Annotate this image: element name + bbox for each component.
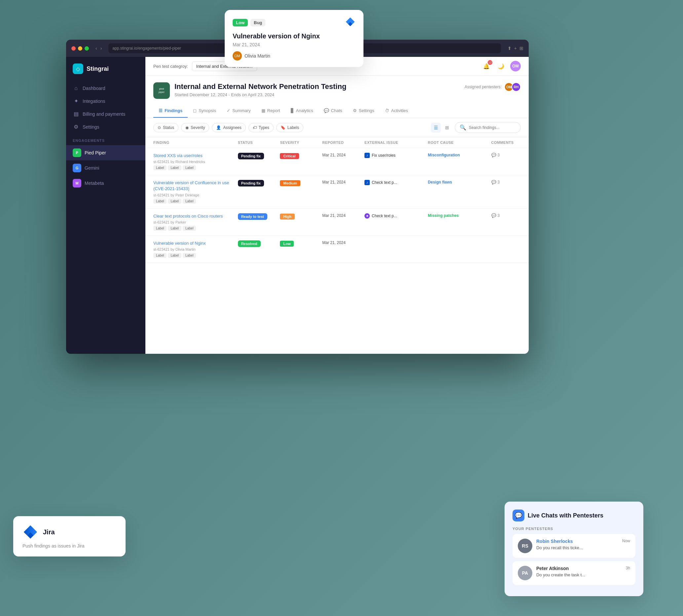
minimize-button[interactable] (78, 46, 82, 50)
report-tab-icon: ▦ (261, 108, 265, 113)
add-tab-icon[interactable]: + (514, 46, 517, 51)
tab-activities[interactable]: ⏱ Activities (380, 104, 413, 118)
chat-name-2: Peter Atkinson (536, 566, 569, 571)
finding-labels-2: Label Label Label (153, 199, 238, 204)
theme-toggle-button[interactable]: 🌙 (496, 61, 506, 71)
external-issue-cell-1: J Fix user/roles (364, 153, 428, 158)
browser-nav: ‹ › (95, 46, 102, 51)
severity-badge-3: High (280, 214, 294, 220)
assignees-filter-button[interactable]: 👤 Assignees (212, 123, 246, 132)
sidebar-item-integrations[interactable]: ✦ Integations (66, 94, 145, 107)
home-icon: ⌂ (73, 85, 79, 91)
tab-findings[interactable]: ☰ Findings (153, 104, 188, 118)
chat-name-row-2: Peter Atkinson 3h (536, 566, 630, 571)
assignees-filter-label: Assignees (223, 125, 241, 130)
grid-view-button[interactable]: ⊞ (442, 123, 452, 133)
sidebar-item-billing[interactable]: ▤ Billing and payments (66, 107, 145, 120)
settings-tab-label: Settings (359, 108, 374, 113)
sidebar-item-pied-piper[interactable]: P Pied Piper (66, 145, 145, 160)
root-cause-cell-2: Design flaws (428, 180, 491, 184)
grid-icon[interactable]: ⊞ (519, 46, 523, 51)
labels-filter-icon: 🔖 (280, 125, 286, 130)
external-issue-cell-2: J Check text p... (364, 180, 428, 185)
labels-filter-label: Labels (288, 125, 299, 130)
label-chip: Label (183, 165, 196, 170)
engagement-label: Metabeta (85, 180, 104, 186)
label-chip: Label (153, 226, 166, 231)
finding-name-4[interactable]: Vulnerable version of Nginx (153, 240, 238, 246)
finding-meta-1: st-623421 by Richard Hendricks (153, 160, 238, 164)
activities-tab-icon: ⏱ (385, 108, 389, 113)
share-icon[interactable]: ⬆ (507, 46, 511, 51)
sidebar-item-label: Billing and payments (83, 111, 125, 117)
maximize-button[interactable] (85, 46, 89, 50)
reported-cell-3: Mar 21, 2024 (322, 213, 364, 218)
finding-cell-3: Clear text protocols on Cisco routers st… (153, 213, 238, 231)
logo-icon: ◇ (73, 64, 83, 74)
findings-tab-icon: ☰ (159, 108, 163, 113)
chat-section-label: YOUR PENTESTERS (513, 527, 635, 531)
pentester-avatars: OM RH (504, 82, 521, 92)
tab-summary[interactable]: ✓ Summary (221, 104, 256, 118)
finding-name-3[interactable]: Clear text protocols on Cisco routers (153, 213, 238, 219)
sidebar-item-dashboard[interactable]: ⌂ Dashboard (66, 82, 145, 94)
finding-meta-4: st-623421 by Olivia Martin (153, 247, 238, 251)
tab-analytics[interactable]: ▊ Analytics (286, 104, 319, 118)
sidebar-item-gemini[interactable]: G Gemini (66, 160, 145, 176)
table-row: Clear text protocols on Cisco routers st… (145, 208, 529, 236)
severity-badge-2: Medium (280, 180, 300, 186)
sidebar-item-settings[interactable]: ⚙ Settings (66, 120, 145, 133)
close-button[interactable] (71, 46, 76, 50)
chat-card-header: 💬 Live Chats with Pentesters (513, 509, 635, 522)
integrations-icon: ✦ (73, 98, 79, 104)
list-view-button[interactable]: ☰ (431, 123, 441, 133)
finding-cell-4: Vulnerable version of Nginx st-623421 by… (153, 240, 238, 258)
status-filter-icon: ⊙ (158, 125, 161, 130)
chat-time-1: Now (622, 538, 630, 544)
severity-cell-1: Critical (280, 153, 322, 159)
status-filter-button[interactable]: ⊙ Status (153, 123, 178, 132)
types-filter-button[interactable]: 🏷 Types (249, 123, 274, 132)
project-info: Internal and External Network Penetratio… (175, 82, 346, 97)
chat-content-2: Peter Atkinson 3h Do you create the task… (536, 566, 630, 577)
search-box[interactable]: 🔍 (455, 122, 521, 133)
reported-cell-2: Mar 21, 2024 (322, 180, 364, 184)
user-avatar[interactable]: OM (510, 61, 521, 71)
jira-card-top: Jira (22, 524, 116, 540)
back-button[interactable]: ‹ (95, 46, 97, 51)
forward-button[interactable]: › (100, 46, 102, 51)
chat-item-1[interactable]: RS Robin Sherlocks Now Do you recall thi… (513, 534, 635, 558)
search-icon: 🔍 (460, 124, 466, 131)
finding-name-2[interactable]: Vulnerable version of Confluence in use … (153, 180, 238, 192)
status-badge-1: Pending fix (238, 153, 264, 159)
severity-filter-icon: ◉ (185, 125, 189, 130)
tab-settings[interactable]: ⚙ Settings (348, 104, 380, 118)
label-chip: Label (153, 165, 166, 170)
comments-cell-1: 💬 3 (491, 153, 521, 157)
status-badge-3: Ready to test (238, 213, 267, 220)
comment-icon: 💬 (491, 180, 496, 184)
sidebar-item-metabeta[interactable]: M Metabeta (66, 176, 145, 191)
assignees-filter-icon: 👤 (216, 125, 221, 130)
table-row: Vulnerable version of Confluence in use … (145, 175, 529, 208)
severity-badge-4: Low (280, 241, 294, 247)
synopsis-tab-label: Synopsis (199, 108, 216, 113)
finding-name-1[interactable]: Stored XXS via user/roles (153, 153, 238, 159)
types-filter-label: Types (259, 125, 269, 130)
status-filter-label: Status (163, 125, 174, 130)
search-input[interactable] (469, 125, 516, 130)
chat-item-2[interactable]: PA Peter Atkinson 3h Do you create the t… (513, 561, 635, 585)
tabs-row: ☰ Findings ◻ Synopsis ✓ Summary ▦ Report (153, 104, 521, 118)
notifications-button[interactable]: 🔔 12 (481, 61, 492, 71)
tab-report[interactable]: ▦ Report (256, 104, 286, 118)
labels-filter-button[interactable]: 🔖 Labels (276, 123, 303, 132)
purple-icon-small: ◉ (364, 213, 370, 219)
severity-filter-button[interactable]: ◉ Severity (181, 123, 209, 132)
finding-cell-2: Vulnerable version of Confluence in use … (153, 180, 238, 203)
browser-actions: ⬆ + ⊞ (507, 46, 523, 51)
tab-synopsis[interactable]: ◻ Synopsis (188, 104, 221, 118)
summary-tab-icon: ✓ (227, 108, 230, 113)
tab-chats[interactable]: 💬 Chats (319, 104, 348, 118)
status-cell-4: Resolved (238, 240, 280, 247)
table-header: FINDING STATUS SEVERITY REPORTED EXTERNA… (145, 137, 529, 148)
